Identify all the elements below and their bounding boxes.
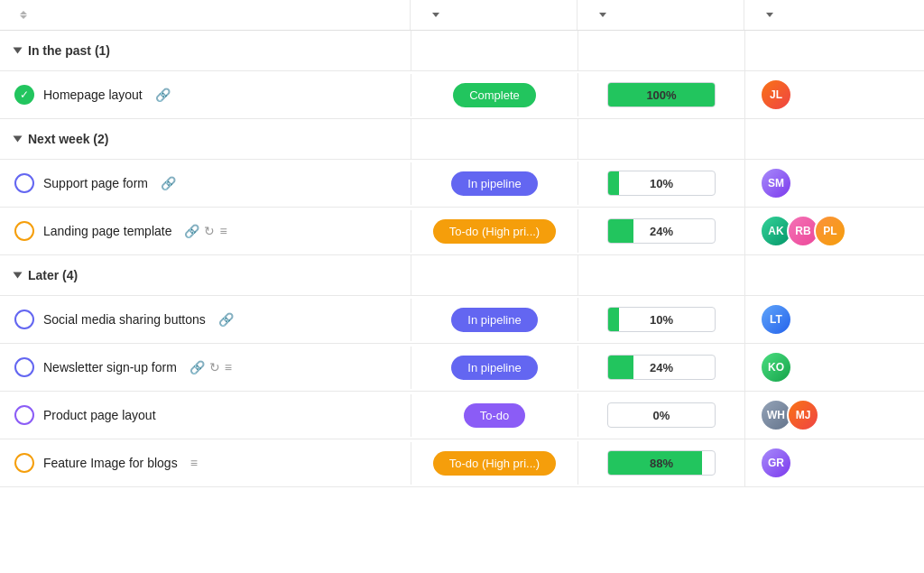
group-label-next-week: Next week (2) [28, 132, 108, 146]
task-title-cell-t2: Support page form 🔗 [0, 162, 411, 204]
task-meta-icons-t4: 🔗 [218, 312, 234, 327]
group-chevron-in-the-past[interactable] [14, 48, 23, 54]
progress-text-t4: 10% [608, 313, 715, 327]
group-chevron-next-week[interactable] [14, 136, 23, 143]
chevron-down-icon [432, 13, 439, 17]
task-name-t6: Product page layout [43, 408, 156, 422]
progress-cell-t2: 10% [578, 162, 744, 205]
progress-bar-t3: 24% [607, 218, 716, 244]
progress-bar-t5: 24% [607, 355, 716, 380]
group-label-later: Later (4) [28, 268, 78, 282]
task-title-cell-t3: Landing page template 🔗↻≡ [0, 210, 411, 252]
task-status-icon-t6 [14, 405, 34, 425]
assigned-cell-t4: LT [744, 296, 924, 343]
stage-badge-t7[interactable]: To-do (High pri...) [433, 451, 556, 476]
group-title-in-the-past[interactable]: In the past (1) [0, 31, 411, 70]
stage-badge-t3[interactable]: To-do (High pri...) [433, 219, 556, 244]
avatar: SM [760, 167, 792, 199]
task-meta-icons-t1: 🔗 [155, 88, 171, 102]
list-icon: ≡ [225, 360, 232, 374]
stage-cell-t1: Complete [411, 74, 578, 116]
task-status-icon-t1: ✓ [14, 85, 34, 105]
task-row-t2[interactable]: Support page form 🔗 In pipeline 10% SM [0, 160, 924, 208]
task-name-t7: Feature Image for blogs [43, 456, 178, 470]
task-row-t7[interactable]: Feature Image for blogs ≡ To-do (High pr… [0, 439, 924, 487]
group-progress-empty [578, 31, 744, 70]
status-pipeline-icon [14, 310, 34, 329]
group-header-next-week: Next week (2) [0, 119, 924, 160]
group-assigned-empty [744, 255, 924, 295]
task-row-t3[interactable]: Landing page template 🔗↻≡ To-do (High pr… [0, 208, 924, 255]
attachment-icon: 🔗 [161, 176, 176, 190]
task-meta-icons-t3: 🔗↻≡ [184, 224, 226, 238]
group-stage-empty [411, 31, 578, 70]
task-status-icon-t2 [14, 173, 34, 193]
task-title-cell-t7: Feature Image for blogs ≡ [0, 442, 411, 484]
progress-text-t5: 24% [608, 361, 715, 374]
repeat-icon: ↻ [204, 224, 215, 238]
progress-text-t6: 0% [608, 409, 715, 422]
stage-badge-t5[interactable]: In pipeline [451, 356, 537, 380]
assigned-cell-t5: KO [744, 344, 924, 391]
stage-badge-t6[interactable]: To-do [464, 403, 526, 428]
group-stage-empty [411, 255, 578, 295]
task-row-t6[interactable]: Product page layout To-do 0% WHMJ [0, 392, 924, 439]
group-chevron-later[interactable] [14, 273, 23, 279]
progress-cell-t7: 88% [578, 441, 744, 485]
attachment-icon: 🔗 [155, 88, 171, 102]
progress-bar-t6: 0% [607, 402, 716, 428]
status-pipeline-icon [14, 357, 34, 377]
group-assigned-empty [744, 119, 924, 159]
progress-cell-t3: 24% [578, 209, 744, 253]
assigned-cell-t1: JL [744, 71, 924, 118]
col-progress[interactable] [578, 0, 744, 30]
task-title-cell-t4: Social media sharing buttons 🔗 [0, 299, 411, 340]
status-complete-icon: ✓ [14, 85, 34, 105]
group-title-later[interactable]: Later (4) [0, 255, 411, 295]
progress-bar-t2: 10% [607, 171, 716, 196]
task-meta-icons-t5: 🔗↻≡ [189, 360, 232, 374]
col-stage[interactable] [411, 0, 578, 30]
group-header-in-the-past: In the past (1) [0, 31, 924, 71]
stage-cell-t7: To-do (High pri...) [411, 442, 578, 485]
avatar: LT [760, 303, 792, 336]
progress-cell-t6: 0% [578, 393, 744, 437]
progress-text-t7: 88% [608, 457, 715, 470]
avatar: GR [760, 447, 792, 479]
progress-bar-t4: 10% [607, 307, 716, 332]
progress-text-t1: 100% [608, 88, 715, 102]
task-row-t5[interactable]: Newsletter sign-up form 🔗↻≡ In pipeline … [0, 344, 924, 392]
col-task-title[interactable] [0, 0, 411, 30]
progress-cell-t4: 10% [578, 298, 744, 341]
task-row-t4[interactable]: Social media sharing buttons 🔗 In pipeli… [0, 296, 924, 344]
group-progress-empty [578, 255, 744, 295]
task-meta-icons-t2: 🔗 [161, 176, 176, 190]
group-header-later: Later (4) [0, 255, 924, 296]
avatar: PL [814, 215, 846, 247]
col-assigned[interactable] [744, 0, 924, 30]
task-table: In the past (1) ✓ Homepage layout 🔗 Comp… [0, 0, 924, 487]
group-title-next-week[interactable]: Next week (2) [0, 119, 411, 159]
status-todo-high-icon [14, 221, 34, 241]
assigned-cell-t6: WHMJ [744, 392, 924, 439]
task-status-icon-t5 [14, 357, 34, 377]
stage-badge-t4[interactable]: In pipeline [451, 308, 537, 332]
stage-badge-t1[interactable]: Complete [453, 83, 536, 107]
status-todo-icon [14, 405, 34, 425]
stage-cell-t5: In pipeline [411, 347, 578, 389]
task-row-t1[interactable]: ✓ Homepage layout 🔗 Complete 100% JL [0, 71, 924, 119]
list-icon: ≡ [219, 224, 226, 238]
stage-cell-t2: In pipeline [411, 162, 578, 205]
attachment-icon: 🔗 [184, 224, 199, 238]
progress-text-t3: 24% [608, 225, 715, 238]
assigned-cell-t3: AKRBPL [744, 208, 924, 254]
task-title-cell-t1: ✓ Homepage layout 🔗 [0, 74, 411, 116]
task-name-t1: Homepage layout [43, 88, 143, 102]
groups-container: In the past (1) ✓ Homepage layout 🔗 Comp… [0, 31, 924, 487]
table-header [0, 0, 924, 31]
stage-badge-t2[interactable]: In pipeline [451, 171, 537, 196]
task-status-icon-t4 [14, 310, 34, 329]
sort-icon [20, 11, 27, 19]
group-assigned-empty [744, 31, 924, 70]
progress-text-t2: 10% [608, 177, 715, 190]
